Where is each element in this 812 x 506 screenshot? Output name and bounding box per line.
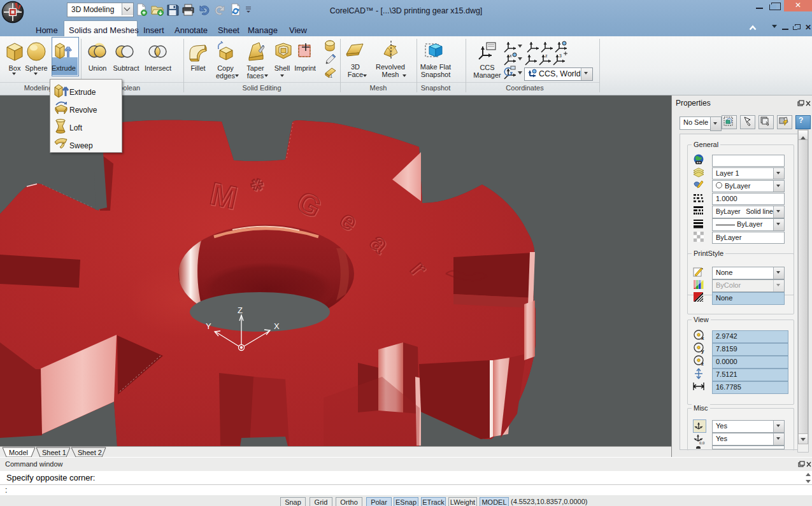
svg-text:1: 1 [330,74,332,78]
svg-text:x: x [509,53,512,58]
svg-text:Sheet 2: Sheet 2 [78,449,102,456]
svg-text:x: x [701,335,704,341]
svg-text:0,0: 0,0 [699,441,705,445]
svg-text:z: z [545,53,548,58]
svg-text:Model: Model [9,449,28,456]
svg-text:Z: Z [238,306,243,315]
svg-text:X: X [274,321,280,331]
svg-text:Y: Y [206,321,211,331]
svg-text:Sheet 1: Sheet 1 [42,449,66,456]
svg-text:3: 3 [559,53,562,58]
svg-text:z: z [701,361,704,367]
svg-text:y: y [701,348,704,354]
